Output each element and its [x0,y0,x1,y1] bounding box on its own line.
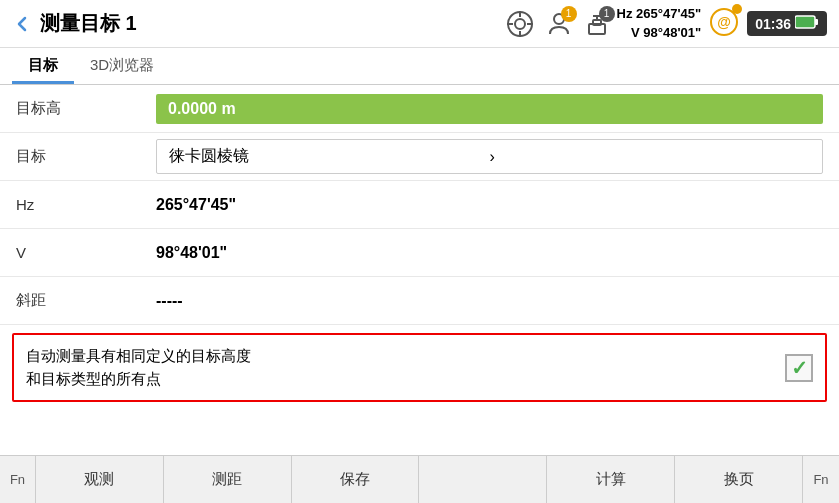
target-value: 徕卡圆棱镜 [169,146,490,167]
footer-toolbar: Fn 观测 测距 保存 计算 换页 Fn [0,455,839,503]
target-label: 目标 [16,147,156,166]
chevron-right-icon: › [490,148,811,166]
checkbox-input[interactable]: ✓ [785,354,813,382]
svg-point-1 [515,19,525,29]
app-header: 测量目标 1 1 [0,0,839,48]
observe-button[interactable]: 观测 [36,456,164,503]
person-badge-icon: 1 [545,10,573,38]
v-value: 98°48'01" [156,244,823,262]
back-button[interactable] [12,14,32,34]
tab-3d-browser[interactable]: 3D浏览器 [74,48,170,84]
tab-bar: 目标 3D浏览器 [0,48,839,85]
slope-dist-label: 斜距 [16,291,156,310]
fn-left-button[interactable]: Fn [0,456,36,503]
calculate-button[interactable]: 计算 [547,456,675,503]
svg-rect-14 [815,19,818,25]
target-row: 目标 徕卡圆棱镜 › [0,133,839,181]
measure-dist-button[interactable]: 测距 [164,456,292,503]
hz-coord: Hz 265°47'45" [617,5,702,23]
svg-rect-13 [795,16,815,28]
slope-dist-value: ----- [156,292,823,310]
next-page-button[interactable]: 换页 [675,456,803,503]
empty-slot [419,456,547,503]
hz-row: Hz 265°47'45" [0,181,839,229]
target-height-row: 目标高 0.0000 m [0,85,839,133]
hz-value: 265°47'45" [156,196,823,214]
alert-icon: @ [709,7,739,41]
auto-measure-checkbox-row[interactable]: 自动测量具有相同定义的目标高度 和目标类型的所有点 ✓ [12,333,827,402]
surveyor-icon: 1 [583,10,611,38]
checkmark-icon: ✓ [791,356,808,380]
v-row: V 98°48'01" [0,229,839,277]
checkbox-label: 自动测量具有相同定义的目标高度 和目标类型的所有点 [26,345,773,390]
v-label: V [16,244,156,261]
fn-right-button[interactable]: Fn [803,456,839,503]
surveyor-badge: 1 [599,6,615,22]
main-content: 目标高 0.0000 m 目标 徕卡圆棱镜 › Hz 265°47'45" V … [0,85,839,455]
coordinates-display: Hz 265°47'45" V 98°48'01" [617,5,702,41]
time-display: 01:36 [755,16,791,32]
save-button[interactable]: 保存 [292,456,420,503]
battery-icon [795,15,819,32]
v-coord: V 98°48'01" [617,24,702,42]
svg-rect-8 [593,20,601,25]
crosshair-icon [505,9,535,39]
slope-dist-row: 斜距 ----- [0,277,839,325]
target-height-label: 目标高 [16,99,156,118]
svg-text:@: @ [717,14,731,30]
page-title: 测量目标 1 [40,10,505,37]
badge-count: 1 [561,6,577,22]
target-selector[interactable]: 徕卡圆棱镜 › [156,139,823,174]
hz-label: Hz [16,196,156,213]
tab-target[interactable]: 目标 [12,48,74,84]
clock-battery: 01:36 [747,11,827,36]
target-height-value[interactable]: 0.0000 m [156,94,823,124]
